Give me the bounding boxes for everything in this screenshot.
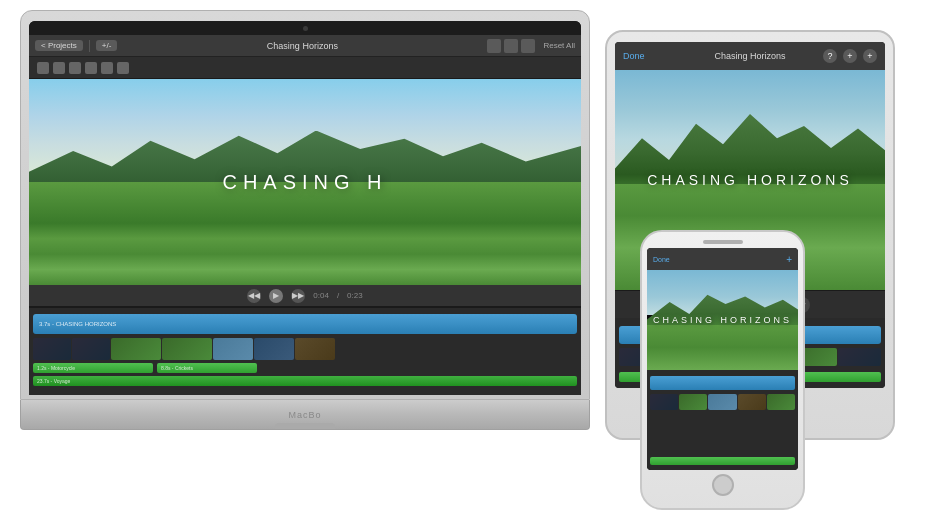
audio-track-2-label: 8.8s - Crickets [161, 365, 193, 371]
prev-button[interactable]: ◀◀ [247, 289, 261, 303]
ipad-toolbar-right: ? + + [823, 49, 877, 63]
reset-all-button[interactable]: Reset All [543, 41, 575, 50]
thumb-3 [111, 338, 161, 360]
iphone-speaker [703, 240, 743, 244]
info-tool-icon[interactable] [117, 62, 129, 74]
subtoolbar-icons [37, 62, 129, 74]
toolbar-icon-3[interactable] [521, 39, 535, 53]
ipad-toolbar: Done Chasing Horizons ? + + [615, 42, 885, 70]
iphone-thumb-5 [767, 394, 795, 410]
iphone-audio-track[interactable] [650, 457, 795, 465]
iphone-thumb-3 [708, 394, 736, 410]
thumb-6 [254, 338, 294, 360]
imovie-main-toolbar: < Projects +/- Chasing Horizons Reset Al… [29, 35, 581, 57]
clip-tool-icon[interactable] [53, 62, 65, 74]
iphone-thumb-1 [650, 394, 678, 410]
macbook-body: < Projects +/- Chasing Horizons Reset Al… [20, 10, 590, 400]
macbook-preview-title: CHASING H [29, 171, 581, 194]
iphone-thumb-4 [738, 394, 766, 410]
play-button[interactable]: ▶ [269, 289, 283, 303]
scene: < Projects +/- Chasing Horizons Reset Al… [0, 0, 945, 530]
thumb-5 [213, 338, 253, 360]
ipad-more-button[interactable]: + [863, 49, 877, 63]
audio-track-2[interactable]: 8.8s - Crickets [157, 363, 257, 373]
speed-tool-icon[interactable] [101, 62, 113, 74]
iphone-terraces [647, 325, 798, 370]
iphone-screen: Done + CHASING HORIZONS [647, 248, 798, 470]
timeline-tracks: 3.7s - CHASING HORIZONS [29, 308, 581, 395]
toolbar-icon-2[interactable] [504, 39, 518, 53]
filter-tool-icon[interactable] [69, 62, 81, 74]
thumb-4 [162, 338, 212, 360]
timeline-time-current: 0:04 [313, 291, 329, 300]
iphone-video-track[interactable] [650, 376, 795, 390]
thumb-2 [72, 338, 110, 360]
timeline-slash: / [337, 291, 339, 300]
iphone-toolbar: Done + [647, 248, 798, 270]
preview-terraces [29, 182, 581, 285]
text-tool-icon[interactable] [37, 62, 49, 74]
next-button[interactable]: ▶▶ [291, 289, 305, 303]
ipad-help-button[interactable]: ? [823, 49, 837, 63]
projects-button[interactable]: < Projects [35, 40, 83, 51]
iphone-done-button[interactable]: Done [653, 256, 670, 263]
timeline-time-total: 0:23 [347, 291, 363, 300]
audio-track-3[interactable]: 23.7s - Voyage [33, 376, 577, 386]
audio-tool-icon[interactable] [85, 62, 97, 74]
iphone-device: Done + CHASING HORIZONS [640, 230, 805, 510]
imovie-preview: CHASING H [29, 79, 581, 285]
macbook-device: < Projects +/- Chasing Horizons Reset Al… [20, 10, 590, 430]
iphone-preview-title: CHASING HORIZONS [647, 315, 798, 325]
iphone-thumb-2 [679, 394, 707, 410]
macbook-camera-bar [29, 21, 581, 35]
toolbar-separator [89, 40, 90, 52]
imovie-title: Chasing Horizons [121, 41, 483, 51]
iphone-add-button[interactable]: + [786, 254, 792, 265]
macbook-screen: < Projects +/- Chasing Horizons Reset Al… [29, 35, 581, 395]
thumb-1 [33, 338, 71, 360]
add-remove-button[interactable]: +/- [96, 40, 118, 51]
macbook-logo: MacBo [288, 410, 321, 420]
macbook-screen-bezel: < Projects +/- Chasing Horizons Reset Al… [29, 21, 581, 395]
audio-track-3-label: 23.7s - Voyage [37, 378, 70, 384]
audio-track-1-label: 1.2s - Motorcycle [37, 365, 75, 371]
imovie-sub-toolbar [29, 57, 581, 79]
iphone-preview: CHASING HORIZONS [647, 270, 798, 370]
iphone-timeline[interactable] [647, 370, 798, 470]
ipad-thumb-6 [838, 348, 881, 366]
macbook-camera [303, 26, 308, 31]
macbook-notch [275, 423, 335, 429]
ipad-done-button[interactable]: Done [623, 51, 645, 61]
iphone-thumbnail-strip [650, 394, 795, 410]
audio-track-1[interactable]: 1.2s - Motorcycle [33, 363, 153, 373]
thumbnail-strip [33, 338, 577, 360]
ipad-add-button[interactable]: + [843, 49, 857, 63]
toolbar-icons [487, 39, 535, 53]
thumb-7 [295, 338, 335, 360]
main-video-track[interactable]: 3.7s - CHASING HORIZONS [33, 314, 577, 334]
iphone-home-button[interactable] [712, 474, 734, 496]
ipad-preview-title: CHASING HORIZONS [615, 172, 885, 188]
toolbar-icon-1[interactable] [487, 39, 501, 53]
macbook-base: MacBo [20, 400, 590, 430]
main-track-label: 3.7s - CHASING HORIZONS [39, 321, 116, 327]
preview-landscape: CHASING H [29, 79, 581, 285]
timeline-controls: ◀◀ ▶ ▶▶ 0:04 / 0:23 [29, 285, 581, 307]
ipad-title: Chasing Horizons [714, 51, 785, 61]
imovie-timeline[interactable]: 3.7s - CHASING HORIZONS [29, 307, 581, 395]
